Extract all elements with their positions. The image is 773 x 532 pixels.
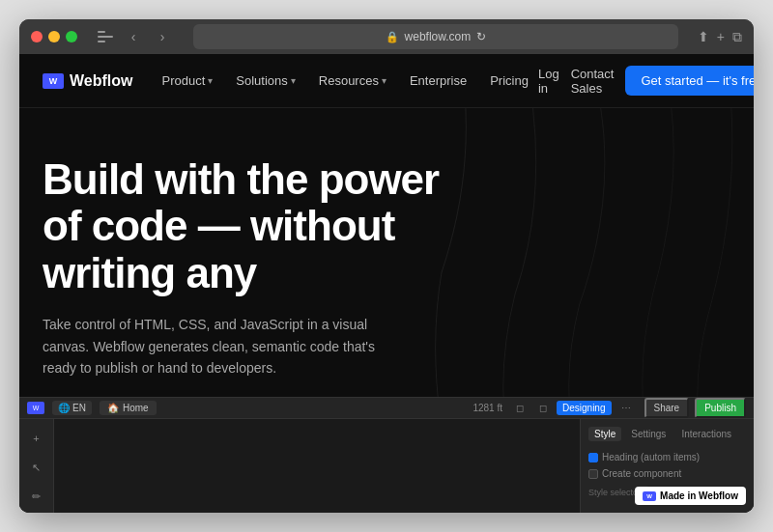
traffic-lights: [31, 31, 77, 42]
chevron-down-icon: ▾: [208, 75, 213, 86]
url-bar[interactable]: 🔒 webflow.com ↻: [193, 24, 678, 49]
login-link[interactable]: Log in: [538, 67, 559, 96]
canvas-width: 1281 ft: [472, 403, 502, 413]
checkbox-1[interactable]: [588, 453, 598, 462]
tab-settings[interactable]: Settings: [625, 427, 672, 441]
made-in-webflow-badge[interactable]: W Made in Webflow: [635, 487, 746, 505]
share-button[interactable]: Share: [644, 398, 690, 418]
back-button[interactable]: ‹: [122, 25, 145, 48]
website-content: W Webflow Product ▾ Solutions ▾ Resource…: [19, 54, 754, 513]
hero-title: Build with the power of code — without w…: [43, 156, 479, 296]
panel-tabs: Style Settings Interactions: [588, 427, 746, 441]
extensions-icon[interactable]: ⧉: [732, 29, 742, 45]
nav-links: Product ▾ Solutions ▾ Resources ▾ Enterp…: [152, 68, 537, 94]
editor-locale[interactable]: 🌐 EN: [52, 401, 92, 415]
nav-enterprise[interactable]: Enterprise: [400, 68, 476, 94]
tab-style[interactable]: Style: [588, 427, 621, 441]
breadcrumb-label: Home: [123, 403, 149, 413]
nav-resources[interactable]: Resources ▾: [309, 68, 396, 94]
add-element-tool[interactable]: +: [25, 427, 48, 450]
editor-top-bar: W 🌐 EN 🏠 Home 1281 ft ◻ ◻ Designing ⋯: [19, 398, 754, 419]
mode-buttons: ◻ ◻ Designing ⋯: [510, 401, 636, 415]
browser-controls: ‹ ›: [93, 25, 174, 48]
add-tab-icon[interactable]: +: [717, 29, 725, 44]
hero-subtitle: Take control of HTML, CSS, and JavaScrip…: [43, 314, 381, 378]
navigation: W Webflow Product ▾ Solutions ▾ Resource…: [19, 54, 754, 108]
browser-titlebar: ‹ › 🔒 webflow.com ↻ ⬆ + ⧉: [19, 19, 754, 54]
panel-row-1: Heading (autom items): [588, 449, 746, 465]
locale-label: EN: [72, 403, 86, 413]
made-in-webflow-logo: W: [643, 491, 656, 501]
maximize-button[interactable]: [66, 31, 77, 42]
publish-button[interactable]: Publish: [695, 398, 746, 418]
editor-canvas[interactable]: [54, 419, 580, 513]
chevron-down-icon: ▾: [382, 75, 386, 86]
mode-design-btn[interactable]: ◻: [510, 401, 530, 415]
contact-sales-link[interactable]: Contact Sales: [571, 67, 615, 96]
close-button[interactable]: [31, 31, 43, 42]
panel-row-1-label: Heading (autom items): [602, 452, 700, 462]
forward-button[interactable]: ›: [151, 25, 174, 48]
minimize-button[interactable]: [48, 31, 60, 42]
nav-pricing[interactable]: Pricing: [480, 68, 538, 94]
tab-interactions[interactable]: Interactions: [675, 427, 737, 441]
nav-right: Log in Contact Sales Get started — it's …: [538, 66, 754, 96]
browser-window: ‹ › 🔒 webflow.com ↻ ⬆ + ⧉: [19, 19, 754, 513]
url-text: webflow.com: [405, 30, 472, 43]
editor-left-tools: + ↖ ✏: [19, 419, 54, 513]
draw-tool[interactable]: ✏: [25, 485, 48, 508]
editor-logo-icon: W: [27, 402, 44, 414]
logo-text: Webflow: [70, 72, 132, 90]
browser-actions: ⬆ + ⧉: [698, 29, 742, 45]
share-icon[interactable]: ⬆: [698, 29, 709, 44]
nav-solutions[interactable]: Solutions ▾: [226, 68, 304, 94]
webflow-logo-icon: W: [43, 73, 64, 89]
made-in-webflow-label: Made in Webflow: [660, 490, 738, 501]
editor-breadcrumb[interactable]: 🏠 Home: [100, 401, 157, 415]
sidebar-toggle-button[interactable]: [93, 25, 116, 48]
get-started-button[interactable]: Get started — it's free: [625, 66, 754, 96]
panel-row-2: Create component: [588, 465, 746, 482]
select-tool[interactable]: ↖: [25, 456, 48, 479]
mode-designing-btn[interactable]: Designing: [557, 401, 611, 415]
nav-product[interactable]: Product ▾: [152, 68, 222, 94]
refresh-icon: ↻: [476, 30, 486, 43]
panel-row-2-label: Create component: [602, 468, 681, 479]
mode-preview-btn[interactable]: ◻: [533, 401, 553, 415]
locale-flag: 🌐: [58, 403, 70, 413]
editor-actions: Share Publish: [644, 398, 747, 418]
mode-extra-btn[interactable]: ⋯: [616, 401, 637, 415]
logo[interactable]: W Webflow: [43, 72, 132, 90]
security-icon: 🔒: [386, 31, 399, 43]
chevron-down-icon: ▾: [291, 75, 296, 86]
style-selector-label: Style selector: [588, 488, 641, 497]
checkbox-2[interactable]: [588, 469, 598, 479]
home-icon: 🏠: [107, 403, 119, 413]
